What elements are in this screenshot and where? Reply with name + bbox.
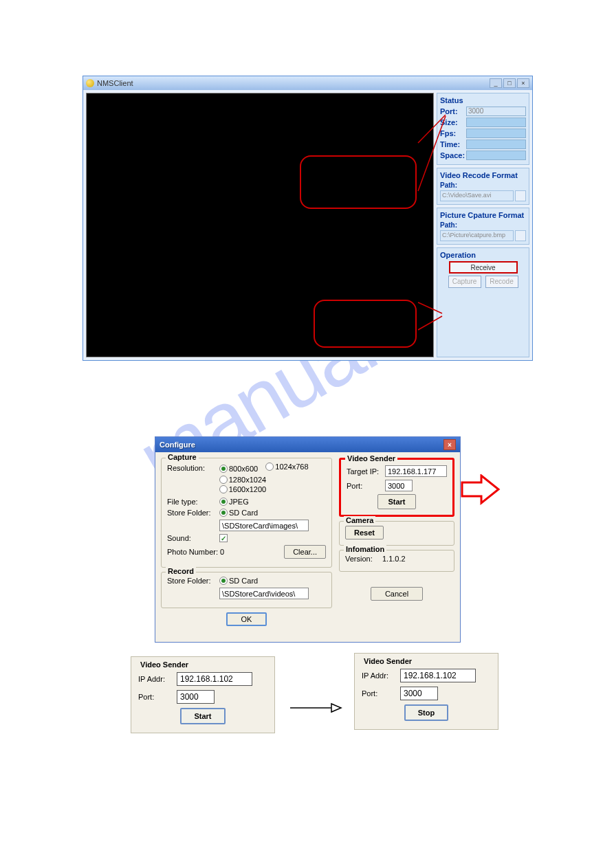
record-sd-option[interactable]: SD Card — [219, 577, 258, 585]
configure-close-button[interactable]: × — [443, 439, 456, 450]
vs-stop-button[interactable]: Stop — [404, 704, 448, 721]
target-ip-input[interactable] — [385, 465, 447, 477]
images-path-input[interactable] — [219, 520, 309, 531]
res-800-label: 800x600 — [229, 465, 258, 473]
recode-format-panel: Video Recode Format Path: C:\Video\Save.… — [437, 168, 529, 205]
receive-button[interactable]: Receive — [449, 261, 518, 274]
record-legend: Record — [166, 567, 196, 575]
video-sender-start-panel: Video Sender IP Addr: Port: Start — [131, 656, 275, 733]
reset-button[interactable]: Reset — [345, 526, 384, 539]
video-display-area — [86, 93, 434, 357]
res-1600-label: 1600x1200 — [229, 485, 266, 493]
photo-number-label: Photo Number: 0 — [167, 548, 281, 556]
res-1600-option[interactable]: 1600x1200 — [219, 485, 266, 493]
capture-format-panel: Picture Cpature Format Path: C:\Picture\… — [437, 208, 529, 245]
vs-start-port-label: Port: — [138, 693, 173, 701]
cancel-button[interactable]: Cancel — [371, 587, 423, 601]
version-label: Version: — [345, 555, 380, 563]
operation-panel: Operation Receive Capture Recode — [437, 247, 529, 357]
filetype-label: File type: — [167, 498, 217, 506]
status-panel: Status Port: 3000 Size: Fps: Time: — [437, 93, 529, 165]
vs-stop-ip-input[interactable] — [400, 669, 476, 682]
size-label: Size: — [440, 118, 466, 126]
sound-checkbox[interactable] — [219, 534, 228, 542]
video-sender-stop-panel: Video Sender IP Addr: Port: Stop — [354, 653, 498, 730]
transition-arrow-icon — [289, 701, 344, 715]
res-1280-label: 1280x1024 — [229, 476, 266, 484]
configure-titlebar[interactable]: Configure × — [155, 437, 460, 452]
capture-browse-button[interactable] — [515, 230, 526, 241]
space-label: Space: — [440, 151, 466, 159]
filetype-jpeg-label: JPEG — [229, 498, 249, 506]
information-legend: Infomation — [344, 545, 386, 553]
res-1024-label: 1024x768 — [275, 463, 308, 471]
vs-start-heading: Video Sender — [138, 660, 267, 669]
capture-heading: Picture Cpature Format — [440, 211, 526, 219]
vs-stop-port-label: Port: — [362, 689, 396, 698]
video-sender-fieldset: Video Sender Target IP: Port: Start — [339, 458, 454, 517]
operation-heading: Operation — [440, 251, 526, 259]
nms-titlebar[interactable]: NMSClient _ □ × — [83, 76, 532, 90]
capture-button[interactable]: Capture — [448, 276, 481, 288]
resolution-label: Resolution: — [167, 464, 217, 472]
configure-dialog: Configure × Capture Resolution: 800x600 … — [155, 436, 461, 643]
vs-stop-ip-label: IP Addr: — [362, 671, 396, 680]
store-sd-option[interactable]: SD Card — [219, 509, 258, 517]
res-1024-option[interactable]: 1024x768 — [265, 463, 308, 471]
capture-path-value: C:\Picture\catpure.bmp — [440, 230, 514, 241]
videos-path-input[interactable] — [219, 588, 309, 599]
vs-stop-port-input[interactable] — [400, 687, 438, 700]
recode-browse-button[interactable] — [515, 190, 526, 201]
camera-legend: Camera — [344, 516, 375, 524]
ok-button[interactable]: OK — [226, 612, 267, 626]
record-fieldset: Record Store Folder: SD Card — [161, 572, 332, 608]
radio-icon — [219, 465, 228, 473]
vs-start-ip-input[interactable] — [177, 672, 252, 686]
fps-value — [466, 129, 526, 138]
version-value: 1.1.0.2 — [382, 555, 406, 563]
camera-fieldset: Camera Reset — [339, 521, 454, 546]
port-value: 3000 — [466, 107, 526, 116]
minimize-button[interactable]: _ — [490, 78, 502, 88]
vs-port-input[interactable] — [385, 480, 413, 491]
record-store-label: Store Folder: — [167, 577, 217, 585]
time-label: Time: — [440, 140, 466, 148]
port-label: Port: — [440, 107, 466, 115]
vs-start-ip-label: IP Addr: — [138, 675, 173, 683]
radio-icon — [219, 498, 228, 506]
video-sender-legend: Video Sender — [345, 454, 397, 463]
nms-client-window: NMSClient _ □ × Status Port: 3000 Size: — [83, 76, 533, 361]
radio-icon — [265, 463, 274, 471]
space-value — [466, 151, 526, 160]
vs-start-button[interactable]: Start — [180, 708, 225, 724]
radio-icon — [219, 509, 228, 517]
capture-legend: Capture — [166, 453, 199, 461]
window-controls: _ □ × — [490, 78, 529, 88]
configure-title: Configure — [160, 441, 443, 449]
time-value — [466, 140, 526, 149]
clear-button[interactable]: Clear... — [284, 545, 326, 559]
annotation-highlight-2 — [314, 300, 417, 348]
maximize-button[interactable]: □ — [503, 78, 516, 88]
capture-path-label: Path: — [440, 221, 526, 229]
recode-button[interactable]: Recode — [485, 276, 518, 288]
side-panel: Status Port: 3000 Size: Fps: Time: — [437, 93, 529, 357]
recode-path-value: C:\Video\Save.avi — [440, 190, 514, 201]
status-heading: Status — [440, 96, 526, 104]
store-folder-label: Store Folder: — [167, 509, 217, 517]
information-fieldset: Infomation Version: 1.1.0.2 — [339, 550, 454, 572]
sound-label: Sound: — [167, 534, 217, 542]
close-button[interactable]: × — [517, 78, 529, 88]
filetype-jpeg-option[interactable]: JPEG — [219, 498, 249, 506]
start-button[interactable]: Start — [377, 494, 415, 509]
vs-start-port-input[interactable] — [177, 690, 215, 704]
target-ip-label: Target IP: — [347, 467, 382, 476]
res-1280-option[interactable]: 1280x1024 — [219, 476, 266, 484]
recode-path-label: Path: — [440, 181, 526, 189]
record-sd-label: SD Card — [229, 577, 258, 585]
size-value — [466, 118, 526, 127]
annotation-highlight-1 — [300, 155, 417, 209]
radio-icon — [219, 485, 228, 493]
res-800-option[interactable]: 800x600 — [219, 465, 258, 473]
radio-icon — [219, 476, 228, 484]
